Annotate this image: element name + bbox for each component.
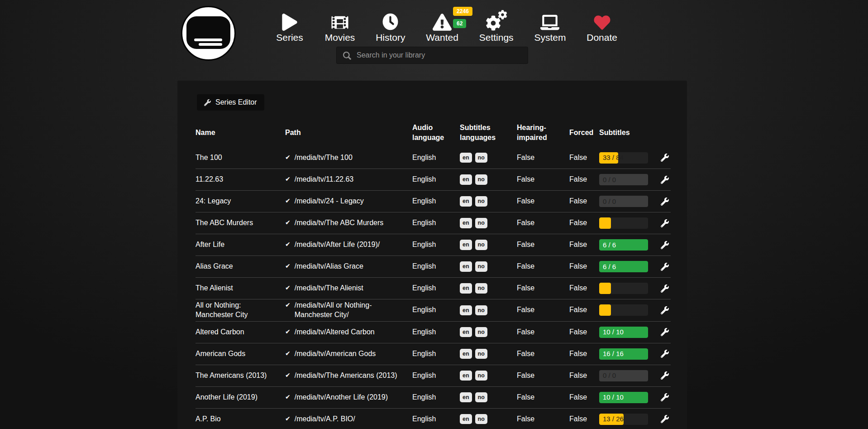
check-icon: ✔ — [285, 240, 291, 248]
series-editor-button[interactable]: Series Editor — [197, 94, 264, 111]
series-name[interactable]: The Alienist — [196, 284, 285, 293]
wrench-icon — [661, 415, 669, 423]
series-name[interactable]: 24: Legacy — [196, 197, 285, 206]
wrench-icon — [661, 263, 669, 271]
series-name[interactable]: The 100 — [196, 153, 285, 163]
nav-history[interactable]: History — [376, 8, 405, 43]
edit-series-button[interactable] — [658, 306, 673, 314]
series-name[interactable]: The Americans (2013) — [196, 371, 285, 381]
edit-series-button[interactable] — [658, 371, 673, 380]
hearing-impaired: False — [517, 175, 569, 184]
edit-series-button[interactable] — [658, 328, 673, 336]
progress-label: 10 / 10 — [603, 393, 624, 402]
language-badge: no — [475, 283, 487, 294]
hearing-impaired: False — [517, 197, 569, 206]
language-badge: en — [460, 153, 472, 163]
edit-series-button[interactable] — [658, 393, 673, 401]
series-name[interactable]: Another Life (2019) — [196, 393, 285, 402]
series-name[interactable]: 11.22.63 — [196, 175, 285, 184]
hearing-impaired: False — [517, 240, 569, 250]
column-header-path: Path — [285, 128, 412, 138]
series-path: ✔ /media/tv/American Gods — [285, 349, 412, 359]
hearing-impaired: False — [517, 305, 569, 315]
series-name[interactable]: The ABC Murders — [196, 218, 285, 228]
series-path-text: /media/tv/A.P. BIO/ — [295, 415, 355, 424]
series-path: ✔ /media/tv/The Alienist — [285, 284, 412, 293]
language-badge: no — [475, 349, 487, 359]
series-name[interactable]: After Life — [196, 240, 285, 250]
subtitles-languages: enno — [460, 392, 517, 403]
forced-flag: False — [569, 197, 599, 206]
progress-fill — [599, 283, 611, 294]
wrench-icon — [661, 176, 669, 184]
edit-series-button[interactable] — [658, 154, 673, 162]
series-path-text: /media/tv/Altered Carbon — [295, 328, 375, 337]
table-row: The Americans (2013) ✔ /media/tv/The Ame… — [196, 365, 671, 386]
forced-flag: False — [569, 371, 599, 381]
wrench-icon — [661, 198, 669, 206]
edit-series-button[interactable] — [658, 198, 673, 206]
series-path: ✔ /media/tv/Altered Carbon — [285, 328, 412, 337]
check-icon: ✔ — [285, 262, 291, 270]
language-badge: en — [460, 305, 472, 316]
subtitles-progress: 13 / 26 — [599, 414, 648, 425]
series-path: ✔ /media/tv/24 - Legacy — [285, 197, 412, 206]
audio-language: English — [412, 305, 460, 315]
forced-flag: False — [569, 175, 599, 184]
table-row: A.P. Bio ✔ /media/tv/A.P. BIO/ English e… — [196, 408, 671, 429]
edit-series-button[interactable] — [658, 350, 673, 358]
progress-label: 33 / 84 — [603, 153, 624, 162]
edit-series-button[interactable] — [658, 176, 673, 184]
app-logo[interactable] — [181, 6, 236, 61]
progress-fill — [599, 304, 611, 316]
edit-series-button[interactable] — [658, 284, 673, 293]
subtitles-languages: enno — [460, 196, 517, 207]
audio-language: English — [412, 153, 460, 163]
forced-flag: False — [569, 305, 599, 315]
check-icon: ✔ — [285, 415, 291, 423]
series-name[interactable]: Alias Grace — [196, 262, 285, 271]
series-name[interactable]: All or Nothing: Manchester City — [196, 301, 285, 320]
forced-flag: False — [569, 415, 599, 424]
subtitles-progress: 16 / 16 — [599, 348, 648, 360]
nav-system[interactable]: System — [534, 8, 566, 43]
audio-language: English — [412, 284, 460, 293]
edit-series-button[interactable] — [658, 415, 673, 423]
subtitles-progress: 0 / 0 — [599, 174, 648, 185]
edit-series-button[interactable] — [658, 241, 673, 249]
series-name[interactable]: Altered Carbon — [196, 328, 285, 337]
check-icon: ✔ — [285, 349, 291, 357]
column-header-hearing-impaired: Hearing-impaired — [517, 123, 569, 142]
series-name[interactable]: American Gods — [196, 349, 285, 359]
nav-label-system: System — [534, 32, 566, 43]
progress-label: 13 / 26 — [603, 415, 624, 424]
subtitles-languages: enno — [460, 327, 517, 337]
search-input[interactable] — [337, 47, 528, 63]
table-row: After Life ✔ /media/tv/After Life (2019)… — [196, 234, 671, 255]
subtitles-progress — [599, 217, 648, 229]
audio-language: English — [412, 328, 460, 337]
series-editor-label: Series Editor — [215, 98, 257, 106]
progress-label: 0 / 0 — [603, 175, 616, 184]
nav-settings[interactable]: Settings — [479, 8, 514, 43]
language-badge: no — [475, 153, 487, 163]
check-icon: ✔ — [285, 328, 291, 336]
column-header-audio-language: Audio language — [412, 123, 460, 142]
progress-fill — [599, 217, 611, 229]
subtitle-tv-icon — [186, 16, 230, 49]
language-badge: no — [475, 414, 487, 424]
audio-language: English — [412, 175, 460, 184]
edit-series-button[interactable] — [658, 219, 673, 227]
series-name[interactable]: A.P. Bio — [196, 415, 285, 424]
table-row: Alias Grace ✔ /media/tv/Alias Grace Engl… — [196, 255, 671, 277]
subtitles-languages: enno — [460, 218, 517, 228]
nav-donate[interactable]: Donate — [587, 8, 617, 43]
hearing-impaired: False — [517, 153, 569, 163]
nav-series[interactable]: Series — [275, 8, 304, 43]
nav-movies[interactable]: Movies — [325, 8, 355, 43]
subtitles-languages: enno — [460, 371, 517, 381]
check-icon: ✔ — [285, 301, 291, 309]
edit-series-button[interactable] — [658, 263, 673, 271]
audio-language: English — [412, 218, 460, 228]
nav-wanted[interactable]: 2246 62 Wanted — [426, 8, 458, 43]
